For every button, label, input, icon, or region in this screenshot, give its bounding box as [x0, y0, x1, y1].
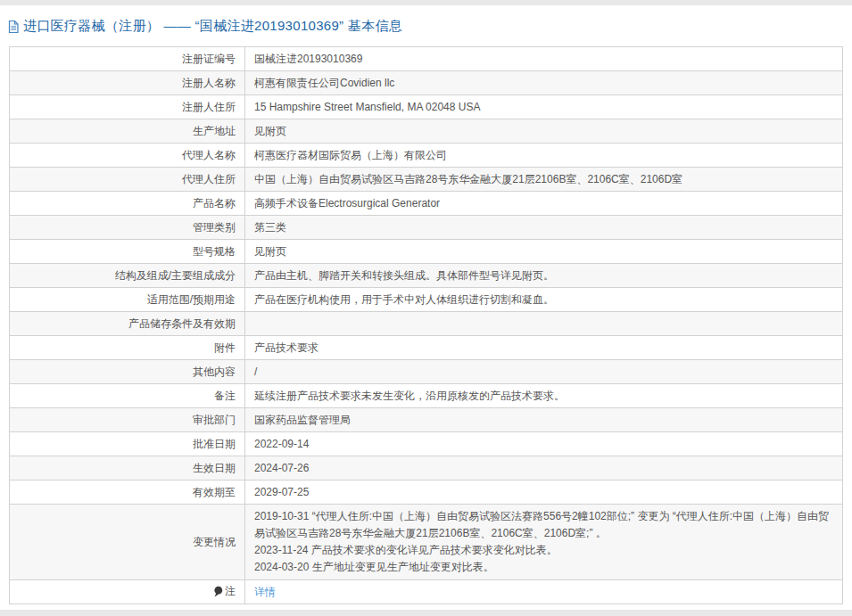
row-label: 变更情况	[10, 505, 245, 580]
row-value: 产品在医疗机构使用，用于手术中对人体组织进行切割和凝血。	[245, 288, 843, 312]
table-row: 备注延续注册产品技术要求未发生变化，沿用原核发的产品技术要求。	[10, 384, 843, 408]
table-row: 注册证编号国械注进20193010369	[10, 47, 843, 71]
row-label: 有效期至	[10, 480, 245, 505]
table-row: 代理人名称柯惠医疗器材国际贸易（上海）有限公司	[10, 144, 843, 168]
row-value: 高频手术设备Electrosurgical Generator	[245, 192, 843, 216]
row-label: 结构及组成/主要组成成分	[10, 264, 245, 288]
row-value: 2022-09-14	[245, 432, 843, 456]
row-value: 产品技术要求	[245, 336, 843, 360]
table-row: 代理人住所中国（上海）自由贸易试验区马吉路28号东华金融大厦21层2106B室、…	[10, 168, 843, 192]
table-row: 注册人住所15 Hampshire Street Mansfield, MA 0…	[10, 95, 843, 119]
row-label: 注	[10, 580, 245, 604]
table-row: 变更情况2019-10-31 “代理人住所:中国（上海）自由贸易试验区法赛路55…	[10, 505, 843, 580]
row-value: 产品由主机、脚踏开关和转接头组成。具体部件型号详见附页。	[245, 264, 843, 288]
row-label: 适用范围/预期用途	[10, 288, 245, 312]
row-value: 国械注进20193010369	[245, 47, 843, 71]
row-value: 详情	[245, 580, 843, 604]
row-value: 2024-07-26	[245, 456, 843, 480]
table-row: 批准日期2022-09-14	[10, 432, 843, 456]
row-label: 审批部门	[10, 408, 245, 432]
row-label: 生效日期	[10, 456, 245, 480]
table-row: 注册人名称柯惠有限责任公司Covidien llc	[10, 71, 843, 95]
row-value: 国家药品监督管理局	[245, 408, 843, 432]
row-label: 注册证编号	[10, 47, 245, 71]
note-label: 注	[213, 584, 236, 598]
content-area: 进口医疗器械（注册） —— “国械注进20193010369” 基本信息 注册证…	[0, 5, 852, 610]
table-row: 附件产品技术要求	[10, 336, 843, 360]
row-value: 柯惠有限责任公司Covidien llc	[245, 71, 843, 95]
row-label: 产品储存条件及有效期	[10, 312, 245, 336]
row-label: 备注	[10, 384, 245, 408]
row-value: /	[245, 360, 843, 384]
row-value: 见附页	[245, 240, 843, 264]
page-title: 进口医疗器械（注册） —— “国械注进20193010369” 基本信息	[23, 18, 402, 35]
row-value: 见附页	[245, 119, 843, 144]
row-label: 代理人住所	[10, 168, 245, 192]
row-label: 型号规格	[10, 240, 245, 264]
row-value: 2029-07-25	[245, 480, 843, 505]
row-label: 生产地址	[10, 119, 245, 144]
row-value: 中国（上海）自由贸易试验区马吉路28号东华金融大厦21层2106B室、2106C…	[245, 168, 843, 192]
info-table: 注册证编号国械注进20193010369注册人名称柯惠有限责任公司Covidie…	[9, 46, 843, 604]
table-row: 审批部门国家药品监督管理局	[10, 408, 843, 432]
row-label: 其他内容	[10, 360, 245, 384]
table-row: 有效期至2029-07-25	[10, 480, 843, 505]
table-row: 结构及组成/主要组成成分产品由主机、脚踏开关和转接头组成。具体部件型号详见附页。	[10, 264, 843, 288]
row-value	[245, 312, 843, 336]
row-label: 管理类别	[10, 216, 245, 240]
row-label: 代理人名称	[10, 144, 245, 168]
table-row: 生效日期2024-07-26	[10, 456, 843, 480]
table-row: 注详情	[10, 580, 843, 604]
table-row: 其他内容/	[10, 360, 843, 384]
bulb-icon	[213, 586, 223, 598]
row-label: 注册人住所	[10, 95, 245, 119]
row-value: 15 Hampshire Street Mansfield, MA 02048 …	[245, 95, 843, 119]
table-row: 管理类别第三类	[10, 216, 843, 240]
row-label: 批准日期	[10, 432, 245, 456]
document-icon	[7, 20, 20, 34]
table-row: 生产地址见附页	[10, 119, 843, 144]
page-header: 进口医疗器械（注册） —— “国械注进20193010369” 基本信息	[0, 12, 852, 46]
table-row: 产品名称高频手术设备Electrosurgical Generator	[10, 192, 843, 216]
row-label-text: 注	[225, 584, 236, 598]
row-value: 延续注册产品技术要求未发生变化，沿用原核发的产品技术要求。	[245, 384, 843, 408]
row-value: 柯惠医疗器材国际贸易（上海）有限公司	[245, 144, 843, 168]
row-label: 产品名称	[10, 192, 245, 216]
row-value: 第三类	[245, 216, 843, 240]
detail-link[interactable]: 详情	[254, 586, 276, 598]
table-row: 适用范围/预期用途产品在医疗机构使用，用于手术中对人体组织进行切割和凝血。	[10, 288, 843, 312]
row-label: 注册人名称	[10, 71, 245, 95]
table-row: 产品储存条件及有效期	[10, 312, 843, 336]
row-value: 2019-10-31 “代理人住所:中国（上海）自由贸易试验区法赛路556号2幢…	[245, 505, 843, 580]
row-label: 附件	[10, 336, 245, 360]
table-row: 型号规格见附页	[10, 240, 843, 264]
